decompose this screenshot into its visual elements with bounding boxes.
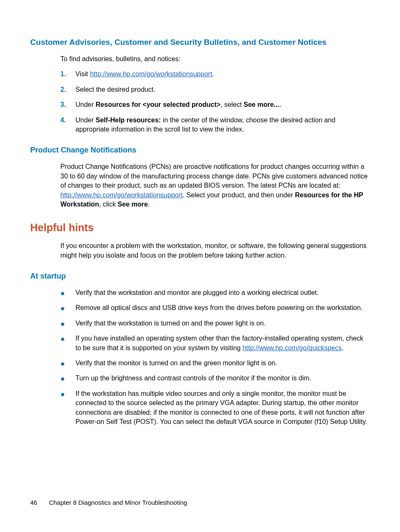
bullet-icon: ● [60, 303, 75, 312]
text-fragment: Visit [75, 70, 90, 77]
heading-advisories: Customer Advisories, Customer and Securi… [30, 38, 370, 47]
heading-at-startup: At startup [30, 272, 370, 281]
step-3: 3. Under Resources for <your selected pr… [60, 100, 370, 109]
bullet-text: If you have installed an operating syste… [75, 334, 370, 353]
bullet-icon: ● [60, 389, 75, 398]
list-item: ● If you have installed an operating sys… [60, 334, 370, 353]
bullet-icon: ● [60, 374, 75, 382]
step-text: Visit http://www.hp.com/go/workstationsu… [75, 70, 370, 79]
bold-text: Resources for <your selected product> [96, 101, 221, 108]
bullet-icon: ● [60, 319, 75, 328]
page-number: 46 [30, 499, 37, 506]
step-number: 4. [60, 116, 75, 125]
intro-advisories: To find advisories, bulletins, and notic… [60, 54, 370, 64]
step-4: 4. Under Self-Help resources: in the cen… [60, 116, 370, 134]
bullet-text: Verify that the workstation is turned on… [75, 319, 370, 328]
heading-helpful-hints: Helpful hints [30, 222, 370, 234]
bold-text: See more... [244, 101, 279, 108]
text-fragment: . [342, 344, 343, 351]
text-fragment: Under [75, 101, 96, 108]
bold-text: See more [118, 201, 148, 208]
heading-pcn: Product Change Notifications [30, 146, 370, 155]
list-item: ● If the workstation has multiple video … [60, 389, 370, 427]
link-quickspecs[interactable]: http://www.hp.com/go/quickspecs [242, 344, 342, 351]
step-number: 1. [60, 70, 75, 79]
step-text: Under Self-Help resources: in the center… [75, 116, 370, 134]
startup-list: ● Verify that the workstation and monito… [60, 288, 370, 426]
step-text: Under Resources for <your selected produ… [75, 100, 370, 109]
text-fragment: Product Change Notifications (PCNs) are … [60, 163, 368, 189]
text-fragment: . Select your product, and then under [183, 191, 295, 199]
bullet-text: Verify that the workstation and monitor … [75, 288, 370, 297]
intro-helpful-hints: If you encounter a problem with the work… [60, 241, 370, 260]
text-fragment: . [279, 101, 281, 108]
list-item: ● Turn up the brightness and contrast co… [60, 374, 370, 383]
steps-list: 1. Visit http://www.hp.com/go/workstatio… [60, 70, 370, 134]
bullet-text: Verify that the monitor is turned on and… [75, 359, 370, 368]
list-item: ● Remove all optical discs and USB drive… [60, 303, 370, 312]
bullet-text: If the workstation has multiple video so… [75, 389, 370, 427]
pcn-paragraph: Product Change Notifications (PCNs) are … [60, 162, 370, 209]
link-workstationsupport[interactable]: http://www.hp.com/go/workstationsupport [90, 70, 212, 77]
chapter-label: Chapter 8 Diagnostics and Minor Troubles… [49, 499, 187, 506]
bullet-icon: ● [60, 334, 75, 343]
bullet-text: Remove all optical discs and USB drive k… [75, 303, 370, 312]
step-number: 2. [60, 85, 75, 94]
list-item: ● Verify that the workstation and monito… [60, 288, 370, 297]
page-footer: 46Chapter 8 Diagnostics and Minor Troubl… [30, 499, 187, 506]
step-1: 1. Visit http://www.hp.com/go/workstatio… [60, 70, 370, 79]
bullet-text: Turn up the brightness and contrast cont… [75, 374, 370, 383]
list-item: ● Verify that the workstation is turned … [60, 319, 370, 328]
bullet-icon: ● [60, 288, 75, 297]
text-fragment: , select [221, 101, 244, 108]
text-fragment: Under [75, 116, 96, 124]
step-2: 2. Select the desired product. [60, 85, 370, 94]
text-fragment: . [148, 201, 150, 208]
text-fragment: . [212, 70, 214, 77]
list-item: ● Verify that the monitor is turned on a… [60, 359, 370, 368]
step-number: 3. [60, 100, 75, 109]
bullet-icon: ● [60, 359, 75, 367]
step-text: Select the desired product. [75, 85, 370, 94]
text-fragment: , click [99, 201, 117, 208]
link-workstationsupport[interactable]: http://www.hp.com/go/workstationsupport [60, 191, 183, 199]
bold-text: Self-Help resources: [96, 116, 161, 124]
